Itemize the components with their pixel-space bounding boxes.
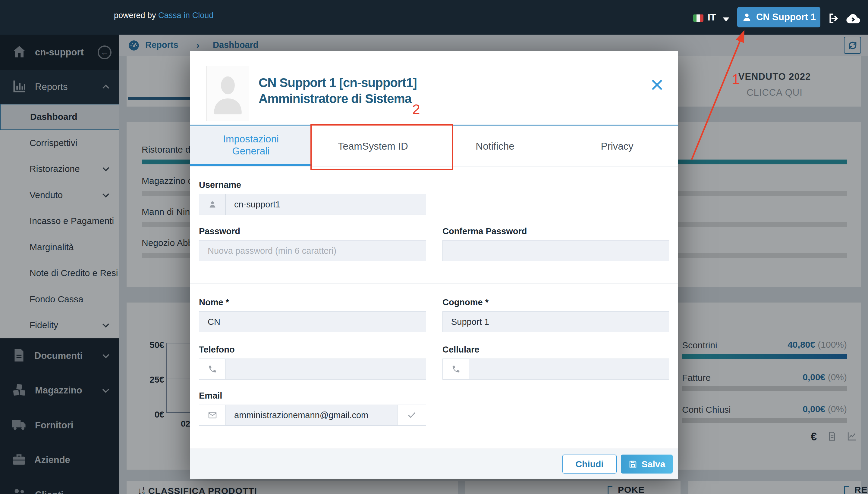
- chiudi-label: Chiudi: [575, 459, 603, 469]
- tab-label: Notifiche: [457, 140, 532, 152]
- username-field-group: Username: [199, 180, 426, 215]
- user-menu-button[interactable]: CN Support 1: [737, 7, 820, 27]
- salva-button[interactable]: Salva: [621, 455, 673, 474]
- modal-title-line2: Amministratore di Sistema: [258, 91, 417, 107]
- user-button-label: CN Support 1: [756, 12, 816, 23]
- tab-label: TeamSystem ID: [320, 140, 426, 152]
- username-input[interactable]: [226, 194, 426, 215]
- app-screen: VENDUTO 2022 CLICCA QUI Ristorante da G …: [0, 0, 868, 494]
- modal-footer: Chiudi Salva: [190, 449, 678, 479]
- cellulare-field-group: Cellulare: [442, 345, 669, 380]
- password-field-group: Password: [199, 226, 426, 261]
- nome-field-group: Nome *: [199, 298, 426, 332]
- tab-label: Impostazioni Generali: [190, 133, 312, 157]
- caret-down-icon: [723, 17, 729, 21]
- email-label: Email: [199, 391, 426, 401]
- tab-label: Privacy: [583, 140, 651, 152]
- check-icon: [397, 405, 426, 425]
- brand-link[interactable]: Cassa in Cloud: [158, 11, 213, 20]
- floppy-icon: [628, 460, 637, 469]
- powered-by-prefix: powered by: [114, 11, 158, 20]
- phone-icon: [443, 359, 469, 379]
- language-selector[interactable]: IT: [708, 12, 716, 23]
- phone-icon: [199, 359, 226, 379]
- conferma-password-field-group: Conferma Password: [442, 226, 669, 261]
- person-icon: [742, 12, 752, 22]
- username-label: Username: [199, 180, 426, 190]
- avatar: [206, 66, 249, 121]
- user-settings-modal: CN Support 1 [cn-support1] Amministrator…: [190, 51, 678, 479]
- italian-flag-icon[interactable]: [693, 15, 703, 22]
- password-input[interactable]: [199, 241, 426, 261]
- password-label: Password: [199, 226, 426, 236]
- cellulare-input[interactable]: [469, 359, 669, 379]
- conferma-password-input[interactable]: [443, 241, 669, 261]
- tab-privacy[interactable]: Privacy: [556, 127, 678, 166]
- cloud-sync-icon[interactable]: [846, 13, 861, 26]
- conferma-password-label: Conferma Password: [442, 226, 669, 236]
- modal-header: CN Support 1 [cn-support1] Amministrator…: [190, 51, 678, 126]
- cellulare-label: Cellulare: [442, 345, 669, 355]
- email-field-group: Email: [199, 391, 426, 426]
- modal-tabs: Impostazioni Generali TeamSystem ID Noti…: [190, 127, 678, 167]
- logout-icon[interactable]: [827, 12, 840, 26]
- modal-title: CN Support 1 [cn-support1] Amministrator…: [258, 75, 417, 107]
- modal-title-line1: CN Support 1 [cn-support1]: [258, 75, 417, 91]
- cognome-field-group: Cognome *: [442, 298, 669, 332]
- envelope-icon: [199, 405, 226, 425]
- nome-label: Nome *: [199, 298, 426, 307]
- close-icon[interactable]: [648, 76, 666, 94]
- telefono-input[interactable]: [226, 359, 426, 379]
- powered-by: powered by Cassa in Cloud: [114, 11, 213, 20]
- form-divider: [190, 283, 678, 284]
- cognome-label: Cognome *: [442, 298, 669, 307]
- topbar: powered by Cassa in Cloud IT CN Support …: [0, 0, 868, 35]
- tab-impostazioni-generali[interactable]: Impostazioni Generali: [190, 127, 312, 166]
- salva-label: Salva: [641, 459, 665, 469]
- chiudi-button[interactable]: Chiudi: [562, 455, 617, 474]
- tab-teamsystem-id[interactable]: TeamSystem ID: [312, 127, 434, 166]
- tab-notifiche[interactable]: Notifiche: [434, 127, 556, 166]
- nome-input[interactable]: [199, 311, 426, 332]
- person-icon: [199, 194, 226, 215]
- cognome-input[interactable]: [443, 311, 669, 332]
- email-input[interactable]: [226, 405, 397, 425]
- telefono-field-group: Telefono: [199, 345, 426, 380]
- telefono-label: Telefono: [199, 345, 426, 355]
